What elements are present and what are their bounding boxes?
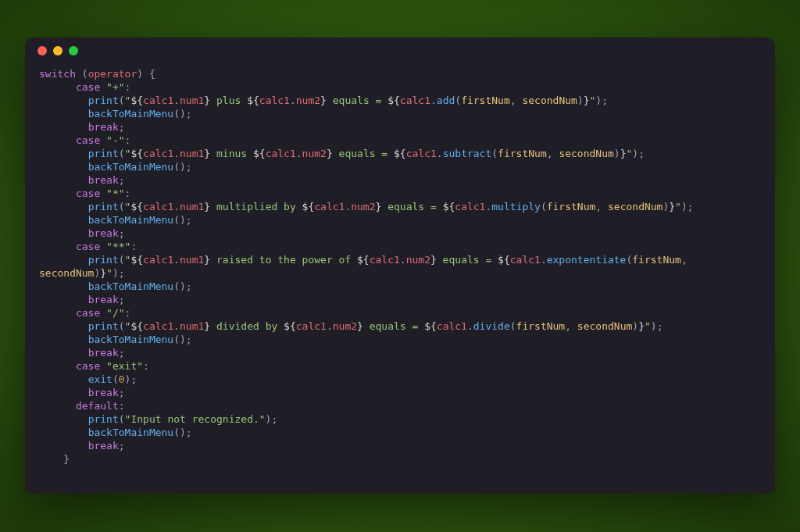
num-zero: 0: [119, 373, 125, 385]
kw-case: case: [76, 81, 100, 93]
fn-backToMainMenu: backToMainMenu: [88, 108, 174, 120]
fn-multiply: multiply: [491, 201, 541, 212]
txt-plus: plus: [210, 95, 247, 106]
paren-open: (: [82, 68, 88, 80]
brace-open: {: [149, 68, 155, 80]
txt-minus: minus: [210, 148, 253, 159]
case-div: "/": [106, 307, 124, 319]
arg-secondNum: secondNum: [522, 95, 577, 106]
paren-close: ): [137, 68, 143, 80]
colon: :: [125, 81, 131, 93]
fn-print: print: [88, 95, 119, 106]
case-mul: "*": [106, 187, 124, 199]
traffic-light-close-icon[interactable]: [38, 46, 47, 55]
fn-exit: exit: [88, 373, 112, 385]
background: switch (operator) { case "+": print("${c…: [0, 0, 800, 532]
fn-exponentiate: expontentiate: [547, 254, 627, 266]
str-input-not-recognized: "Input not recognized.": [125, 413, 266, 425]
txt-raised-to-power: raised to the power of: [210, 254, 357, 266]
txt-divided-by: divided by: [210, 320, 284, 332]
id-operator: operator: [88, 68, 138, 80]
traffic-light-minimize-icon[interactable]: [53, 46, 62, 55]
case-exit: "exit": [106, 360, 143, 372]
kw-switch: switch: [39, 68, 76, 80]
code-block: switch (operator) { case "+": print("${c…: [25, 64, 775, 480]
kw-break: break: [88, 121, 119, 133]
txt-equals: equals =: [327, 95, 388, 106]
fn-subtract: subtract: [443, 148, 492, 159]
case-pow: "**": [106, 241, 130, 252]
case-minus: "-": [106, 134, 124, 146]
kw-default: default: [76, 400, 119, 412]
fn-divide: divide: [473, 320, 510, 332]
brace-close: }: [63, 453, 70, 465]
fn-add: add: [437, 95, 455, 106]
window-titlebar: [25, 37, 775, 64]
txt-multiplied-by: multiplied by: [210, 201, 302, 212]
traffic-light-zoom-icon[interactable]: [69, 46, 78, 55]
code-window: switch (operator) { case "+": print("${c…: [25, 37, 775, 494]
case-plus: "+": [106, 81, 124, 93]
arg-firstNum: firstNum: [461, 95, 510, 106]
